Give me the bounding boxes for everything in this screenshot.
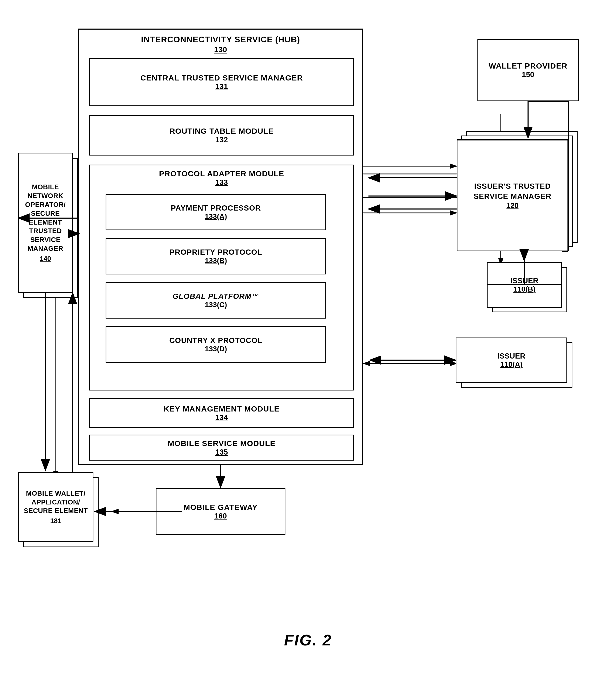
routing-table-box: ROUTING TABLE MODULE 132: [89, 115, 354, 155]
hub-outer-box: INTERCONNECTIVITY SERVICE (HUB) 130 CENT…: [78, 29, 363, 465]
global-platform-box: GLOBAL PLATFORM™ 133(C): [106, 282, 326, 319]
wallet-provider-box: WALLET PROVIDER 150: [477, 39, 579, 101]
mobile-gateway-box: MOBILE GATEWAY 160: [156, 488, 286, 535]
country-x-box: COUNTRY X PROTOCOL 133(D): [106, 326, 326, 363]
protocol-adapter-box: PROTOCOL ADAPTER MODULE 133 PAYMENT PROC…: [89, 165, 354, 390]
central-tsm-box: CENTRAL TRUSTED SERVICE MANAGER 131: [89, 58, 354, 106]
payment-processor-box: PAYMENT PROCESSOR 133(A): [106, 194, 326, 230]
propriety-protocol-box: PROPRIETY PROTOCOL 133(B): [106, 238, 326, 274]
issuer-a-box: ISSUER 110(A): [456, 337, 567, 383]
issuers-tsm-box: ISSUER'S TRUSTED SERVICE MANAGER 120: [457, 140, 568, 251]
diagram-container: INTERCONNECTIVITY SERVICE (HUB) 130 CENT…: [16, 16, 600, 652]
mno-box: MOBILE NETWORK OPERATOR/ SECURE ELEMENT …: [18, 153, 73, 293]
mobile-service-box: MOBILE SERVICE MODULE 135: [89, 435, 354, 460]
issuer-b-box: ISSUER 110(B): [487, 262, 562, 308]
figure-caption: FIG. 2: [284, 631, 332, 649]
key-management-box: KEY MANAGEMENT MODULE 134: [89, 398, 354, 428]
hub-title: INTERCONNECTIVITY SERVICE (HUB) 130: [79, 34, 362, 54]
mobile-wallet-box: MOBILE WALLET/ APPLICATION/ SECURE ELEME…: [18, 472, 93, 542]
